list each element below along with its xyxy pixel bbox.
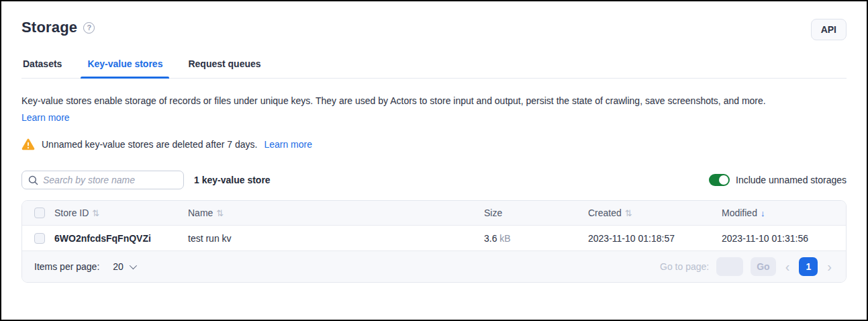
unnamed-storages-toggle-group: Include unnamed storages (709, 174, 847, 186)
go-to-page-input[interactable] (716, 257, 743, 276)
warning-text: Unnamed key-value stores are deleted aft… (42, 139, 257, 150)
page-1-button[interactable]: 1 (799, 257, 818, 276)
store-count: 1 key-value store (194, 175, 271, 185)
search-box (21, 171, 184, 189)
store-name-cell[interactable]: test run kv (188, 233, 484, 244)
tab-request-queues[interactable]: Request queues (187, 54, 262, 78)
column-header-size: Size (484, 208, 588, 218)
help-icon[interactable]: ? (83, 22, 95, 34)
table-footer: Items per page: 20 Go to page: Go ‹ 1 › (22, 251, 846, 282)
store-modified-cell: 2023-11-10 01:31:56 (722, 233, 846, 244)
sort-down-icon[interactable]: ↓ (761, 208, 765, 218)
search-input[interactable] (43, 175, 177, 185)
api-button[interactable]: API (811, 19, 847, 40)
table-row[interactable]: 6WO2nfcdsFqFnQVZi test run kv 3.6 kB 202… (22, 226, 846, 251)
key-value-stores-table: Store ID ⇅ Name ⇅ Size Created ⇅ Modifie… (21, 200, 847, 283)
storage-page: Storage ? API Datasets Key-value stores … (1, 1, 867, 283)
storage-tabs: Datasets Key-value stores Request queues (21, 54, 847, 79)
select-all-checkbox[interactable] (34, 208, 45, 218)
search-icon (28, 175, 38, 185)
tab-datasets[interactable]: Datasets (21, 54, 63, 78)
toggle-label: Include unnamed storages (736, 175, 847, 185)
warning-banner: Unnamed key-value stores are deleted aft… (21, 138, 847, 150)
row-checkbox[interactable] (34, 233, 45, 244)
page-header: Storage ? API (21, 19, 847, 40)
column-header-store-id[interactable]: Store ID ⇅ (54, 208, 188, 218)
pagination-controls: Go to page: Go ‹ 1 › (660, 257, 834, 276)
next-page-icon[interactable]: › (825, 260, 834, 273)
column-header-name[interactable]: Name ⇅ (188, 208, 484, 218)
items-per-page-label: Items per page: (34, 261, 99, 272)
column-header-created[interactable]: Created ⇅ (588, 208, 722, 218)
go-button[interactable]: Go (751, 257, 775, 276)
tab-key-value-stores[interactable]: Key-value stores (86, 54, 164, 78)
warning-triangle-icon (21, 138, 35, 150)
chevron-down-icon (130, 262, 137, 269)
sort-updown-icon[interactable]: ⇅ (625, 208, 632, 218)
items-per-page: Items per page: 20 (34, 261, 135, 272)
description-text: Key-value stores enable storage of recor… (21, 94, 847, 107)
store-size-cell: 3.6 kB (484, 233, 588, 244)
warning-learn-more-link[interactable]: Learn more (264, 139, 312, 150)
previous-page-icon[interactable]: ‹ (783, 260, 792, 273)
store-id-cell[interactable]: 6WO2nfcdsFqFnQVZi (54, 233, 188, 244)
items-per-page-select[interactable]: 20 (113, 261, 135, 272)
sort-updown-icon[interactable]: ⇅ (92, 208, 99, 218)
controls-row: 1 key-value store Include unnamed storag… (21, 171, 847, 189)
page-title: Storage (21, 19, 77, 36)
column-header-modified[interactable]: Modified ↓ (722, 208, 846, 218)
table-header-row: Store ID ⇅ Name ⇅ Size Created ⇅ Modifie… (22, 201, 846, 226)
go-to-page-label: Go to page: (660, 261, 709, 272)
screenshot-frame: Storage ? API Datasets Key-value stores … (0, 0, 868, 321)
sort-updown-icon[interactable]: ⇅ (216, 208, 224, 218)
include-unnamed-toggle[interactable] (709, 174, 730, 186)
store-created-cell: 2023-11-10 01:18:57 (588, 233, 722, 244)
description-learn-more-link[interactable]: Learn more (21, 112, 70, 123)
toggle-knob (719, 175, 728, 185)
